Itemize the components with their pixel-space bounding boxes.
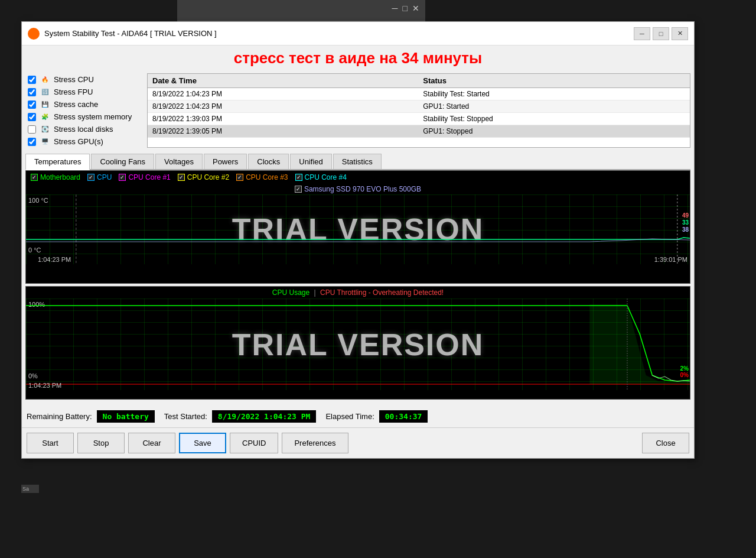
stress-cpu-label: Stress CPU [54, 75, 94, 84]
test-started-status: Test Started: 8/19/2022 1:04:23 PM [164, 410, 317, 423]
legend-core2: CPU Core #2 [178, 173, 229, 181]
temp-val-2: 33 [682, 219, 689, 226]
title-bar: System Stability Test - AIDA64 [ TRIAL V… [22, 22, 694, 46]
throttle-label: CPU Throttling - Overheating Detected! [320, 288, 444, 297]
log-cell-datetime: 8/19/2022 1:04:23 PM [148, 88, 418, 100]
charts-area: Motherboard CPU CPU Core #1 CPU Core #2 … [22, 170, 694, 405]
cpu-icon: 🔥 [40, 76, 50, 84]
log-cell-datetime: 8/19/2022 1:04:23 PM [148, 100, 418, 113]
tab-cooling-fans[interactable]: Cooling Fans [91, 154, 154, 169]
temp-val-3: 38 [682, 226, 689, 233]
log-cell-status: Stability Test: Started [418, 88, 690, 100]
legend-motherboard: Motherboard [31, 173, 80, 181]
memory-icon: 🧩 [40, 113, 50, 121]
log-col-status: Status [418, 74, 690, 88]
elapsed-status: Elapsed Time: 00:34:37 [325, 410, 428, 423]
usage-chart-body: TRIAL VERSION 100% 0% [26, 299, 690, 390]
legend-cpu: CPU [87, 173, 112, 181]
cache-icon: 💾 [40, 100, 50, 109]
temp-val-1: 49 [682, 212, 689, 219]
fpu-icon: 🔢 [40, 88, 50, 96]
temperature-chart: Motherboard CPU CPU Core #1 CPU Core #2 … [25, 170, 690, 284]
close-app-button[interactable]: Close [642, 433, 689, 453]
stress-memory-label: Stress system memory [54, 112, 132, 121]
temp-legend: Motherboard CPU CPU Core #1 CPU Core #2 … [26, 171, 690, 184]
ssd-legend: Samsung SSD 970 EVO Plus 500GB [26, 184, 690, 194]
temp-chart-body: TRIAL VERSION 100 °C 0 °C 49 [26, 194, 690, 264]
stress-memory-item: 🧩 Stress system memory [25, 111, 144, 123]
battery-label: Remaining Battery: [27, 412, 92, 421]
stress-cache-item: 💾 Stress cache [25, 98, 144, 111]
stress-cache-checkbox[interactable] [28, 100, 36, 109]
tab-unified[interactable]: Unified [290, 154, 331, 169]
tab-statistics[interactable]: Statistics [333, 154, 382, 169]
status-bar: Remaining Battery: No battery Test Start… [22, 405, 694, 427]
log-cell-datetime: 8/19/2022 1:39:03 PM [148, 113, 418, 125]
disk-icon: 💽 [40, 125, 50, 134]
temp-x-end: 1:39:01 PM [654, 256, 687, 263]
log-col-datetime: Date & Time [148, 74, 418, 88]
log-row: 8/19/2022 1:04:23 PMStability Test: Star… [148, 88, 690, 100]
gpu-icon: 🖥️ [40, 138, 50, 146]
elapsed-value: 00:34:37 [379, 410, 428, 423]
temp-chart-svg [26, 194, 690, 264]
tab-temperatures[interactable]: Temperatures [25, 154, 90, 170]
usage-val-1: 2% [680, 365, 689, 372]
close-button[interactable]: ✕ [672, 27, 688, 40]
svg-marker-2 [26, 304, 690, 384]
stress-disks-checkbox[interactable] [28, 125, 36, 134]
stress-memory-checkbox[interactable] [28, 113, 36, 121]
stress-gpu-item: 🖥️ Stress GPU(s) [25, 135, 144, 148]
stress-cache-label: Stress cache [54, 100, 98, 109]
stress-disks-label: Stress local disks [54, 125, 113, 134]
window-controls: ─ □ ✕ [634, 27, 688, 40]
stress-fpu-checkbox[interactable] [28, 88, 36, 96]
preferences-button[interactable]: Preferences [282, 433, 348, 453]
legend-core3: CPU Core #3 [236, 173, 288, 181]
tab-powers[interactable]: Powers [204, 154, 247, 169]
clear-button[interactable]: Clear [128, 433, 175, 453]
temp-right-values: 49 33 38 [682, 212, 689, 233]
stress-cpu-checkbox[interactable] [28, 76, 36, 84]
legend-ssd: Samsung SSD 970 EVO Plus 500GB [295, 185, 421, 193]
legend-cpu-label: CPU [97, 173, 112, 181]
log-row: 8/19/2022 1:39:03 PMStability Test: Stop… [148, 113, 690, 125]
usage-x-start: 1:04:23 PM [28, 382, 61, 389]
log-cell-status: Stability Test: Stopped [418, 113, 690, 125]
stress-gpu-label: Stress GPU(s) [54, 137, 103, 146]
minimize-button[interactable]: ─ [634, 27, 650, 40]
bottom-button-bar: Start Stop Clear Save CPUID Preferences … [22, 427, 694, 458]
start-button[interactable]: Start [27, 433, 74, 453]
stress-fpu-item: 🔢 Stress FPU [25, 86, 144, 98]
temp-x-start: 1:04:23 PM [38, 256, 71, 263]
tabs-bar: Temperatures Cooling Fans Voltages Power… [25, 154, 690, 170]
legend-core1: CPU Core #1 [119, 173, 170, 181]
log-cell-status: GPU1: Started [418, 100, 690, 113]
log-cell-datetime: 8/19/2022 1:39:05 PM [148, 125, 418, 138]
legend-core1-label: CPU Core #1 [128, 173, 170, 181]
elapsed-label: Elapsed Time: [325, 412, 374, 421]
cpu-usage-label: CPU Usage [272, 288, 309, 297]
tab-clocks[interactable]: Clocks [248, 154, 289, 169]
log-row: 8/19/2022 1:39:05 PMGPU1: Stopped [148, 125, 690, 138]
main-content-area: 🔥 Stress CPU 🔢 Stress FPU 💾 Stress cache… [22, 70, 694, 151]
cpuid-button[interactable]: CPUID [230, 433, 278, 453]
app-window: System Stability Test - AIDA64 [ TRIAL V… [21, 21, 695, 459]
usage-chart-svg [26, 299, 690, 390]
legend-motherboard-label: Motherboard [40, 173, 80, 181]
usage-chart-title: CPU Usage | CPU Throttling - Overheating… [26, 287, 690, 299]
legend-ssd-label: Samsung SSD 970 EVO Plus 500GB [304, 185, 421, 193]
save-button[interactable]: Save [179, 433, 226, 453]
usage-right-values: 2% 0% [680, 365, 689, 378]
stress-options-panel: 🔥 Stress CPU 🔢 Stress FPU 💾 Stress cache… [25, 73, 144, 148]
battery-status: Remaining Battery: No battery [27, 410, 155, 423]
usage-val-2: 0% [680, 372, 689, 378]
legend-core4: CPU Core #4 [295, 173, 347, 181]
legend-core4-label: CPU Core #4 [305, 173, 347, 181]
russian-title: стресс тест в аиде на 34 минуты [22, 46, 694, 70]
stop-button[interactable]: Stop [77, 433, 125, 453]
tab-voltages[interactable]: Voltages [155, 154, 203, 169]
stress-cpu-item: 🔥 Stress CPU [25, 73, 144, 86]
maximize-button[interactable]: □ [653, 27, 669, 40]
stress-gpu-checkbox[interactable] [28, 138, 36, 146]
